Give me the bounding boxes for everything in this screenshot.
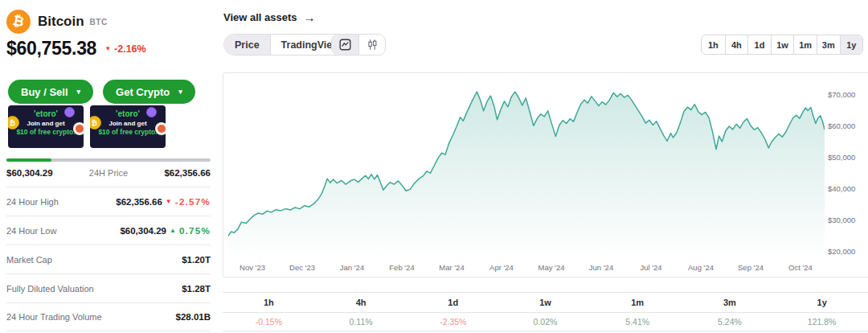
area-chart-icon	[339, 39, 351, 51]
ad-text-line2: $10 of free crypto.	[8, 128, 84, 136]
stat-label: 24 Hour Trading Volume	[6, 312, 102, 322]
y-axis-tick: $40,000	[828, 184, 855, 193]
stat-delta: -2.57%	[175, 197, 211, 207]
range-group: 1h4h1d1w1m3m1y	[701, 35, 863, 55]
price-chart[interactable]	[228, 77, 825, 257]
performance-col-1w: 1w	[499, 293, 592, 312]
stat-label: Fully Diluted Valuation	[6, 284, 94, 294]
range-button-1m[interactable]: 1m	[793, 35, 817, 54]
24h-high-value: $62,356.66	[164, 168, 211, 178]
price-change-pct: -2.16%	[114, 43, 146, 55]
coin-header: ₿ Bitcoin BTC	[6, 10, 108, 34]
buy-sell-label: Buy / Sell	[21, 86, 68, 98]
stat-label: 24 Hour High	[6, 197, 59, 207]
x-axis-tick: Oct '24	[776, 263, 825, 272]
x-axis-tick: Nov '23	[228, 263, 276, 272]
y-axis-tick: $30,000	[828, 216, 855, 224]
x-axis-tick: Aug '24	[677, 263, 725, 272]
price-area	[228, 92, 825, 257]
x-axis-tick: Jan '24	[328, 263, 376, 272]
current-price: $60,755.38	[6, 38, 96, 60]
performance-value-3m: 5.24%	[684, 313, 776, 331]
x-axis-tick: Feb '24	[378, 263, 426, 272]
view-all-assets-link[interactable]: View all assets →	[223, 10, 316, 24]
stat-value: $60,304.29	[120, 226, 166, 236]
stat-value: $1.20T	[182, 255, 211, 265]
coin-symbol: BTC	[90, 18, 108, 27]
stat-row-fdv: Fully Diluted Valuation $1.28T	[6, 273, 211, 302]
purple-coin-icon	[146, 107, 157, 117]
caret-down-icon: ▾	[178, 88, 182, 96]
x-axis-tick: May '24	[527, 263, 575, 272]
x-axis-tick: Apr '24	[477, 263, 526, 272]
performance-col-1h: 1h	[223, 293, 315, 312]
x-axis-tick: Dec '23	[278, 263, 326, 272]
performance-col-3m: 3m	[684, 293, 776, 312]
triangle-down-icon: ▼	[166, 199, 172, 205]
etoro-ad-banner[interactable]: 'etoro' Join and get $10 of free crypto.…	[8, 105, 84, 148]
stat-value: $62,356.66	[116, 197, 162, 207]
performance-table: 1h4h1d1w1m3m1y -0.15%0.11%-2.35%0.02%5.4…	[223, 292, 868, 331]
24h-price-row: $60,304.29 24H Price $62,356.66	[6, 168, 211, 178]
coin-name: Bitcoin	[38, 14, 84, 30]
ad-banners: 'etoro' Join and get $10 of free crypto.…	[8, 105, 166, 148]
performance-col-1m: 1m	[592, 293, 684, 312]
stat-value: $28.01B	[176, 312, 211, 322]
arrow-right-icon: →	[304, 10, 316, 24]
caret-down-icon: ▾	[77, 88, 81, 96]
performance-col-1d: 1d	[407, 293, 499, 312]
performance-value-1h: -0.15%	[223, 313, 315, 331]
ad-text-line2: $10 of free crypto.	[90, 128, 166, 136]
shiba-coin-icon	[73, 122, 84, 135]
y-axis-tick: $60,000	[828, 121, 855, 130]
area-chart-icon-button[interactable]	[332, 35, 358, 55]
x-axis-tick: Jul '24	[627, 263, 675, 272]
bitcoin-logo-icon: ₿	[6, 10, 31, 34]
y-axis-tick: $20,000	[828, 247, 855, 256]
tab-price[interactable]: Price	[224, 35, 270, 55]
stats-list: 24 Hour High $62,356.66 ▼ -2.57% 24 Hour…	[6, 187, 211, 331]
triangle-up-icon: ▲	[170, 228, 176, 234]
ad-text-line1: Join and get	[8, 120, 84, 127]
stat-delta: 0.75%	[179, 226, 211, 236]
performance-col-4h: 4h	[315, 293, 407, 312]
action-buttons: Buy / Sell ▾ Get Crypto ▾	[8, 80, 195, 104]
price-chart-card: $70,000$60,000$50,000$40,000$30,000$20,0…	[223, 72, 868, 278]
y-axis-tick: $50,000	[828, 153, 855, 162]
stat-row-volume: 24 Hour Trading Volume $28.01B	[6, 302, 211, 331]
price-row: $60,755.38 ▼ -2.16%	[6, 38, 146, 60]
triangle-down-icon: ▼	[104, 46, 111, 52]
range-button-3m[interactable]: 3m	[817, 35, 840, 54]
buy-sell-button[interactable]: Buy / Sell ▾	[8, 80, 93, 104]
range-button-1w[interactable]: 1w	[771, 35, 794, 54]
chart-type-toggle	[331, 34, 386, 56]
ad-text-line1: Join and get	[90, 120, 166, 127]
stat-label: 24 Hour Low	[6, 226, 56, 236]
24h-range-fill	[6, 158, 51, 162]
get-crypto-label: Get Crypto	[116, 86, 170, 98]
get-crypto-button[interactable]: Get Crypto ▾	[103, 80, 195, 104]
performance-col-1y: 1y	[776, 293, 868, 312]
24h-price-label: 24H Price	[89, 168, 128, 178]
range-button-4h[interactable]: 4h	[725, 35, 748, 54]
stat-row-market-cap: Market Cap $1.20T	[6, 245, 211, 273]
stat-row-24h-low: 24 Hour Low $60,304.29 ▲ 0.75%	[6, 216, 211, 245]
view-all-label: View all assets	[223, 11, 297, 23]
x-axis-tick: Sep '24	[727, 263, 775, 272]
range-button-1y[interactable]: 1y	[840, 35, 863, 54]
shiba-coin-icon	[155, 122, 166, 135]
24h-range-bar	[6, 158, 211, 162]
x-axis-tick: Jun '24	[577, 263, 625, 272]
candlestick-icon	[366, 39, 379, 51]
performance-values-row: -0.15%0.11%-2.35%0.02%5.41%5.24%121.8%	[223, 313, 868, 331]
range-button-1h[interactable]: 1h	[702, 35, 725, 54]
stat-value: $1.28T	[182, 284, 211, 294]
etoro-ad-banner[interactable]: 'etoro' Join and get $10 of free crypto.…	[90, 105, 166, 148]
24h-low-value: $60,304.29	[6, 168, 53, 178]
candlestick-icon-button[interactable]	[358, 35, 385, 55]
stat-row-24h-high: 24 Hour High $62,356.66 ▼ -2.57%	[6, 187, 211, 216]
range-button-1d[interactable]: 1d	[747, 35, 771, 54]
stat-label: Market Cap	[6, 255, 52, 265]
price-change: ▼ -2.16%	[104, 43, 146, 55]
y-axis-tick: $70,000	[828, 90, 855, 99]
